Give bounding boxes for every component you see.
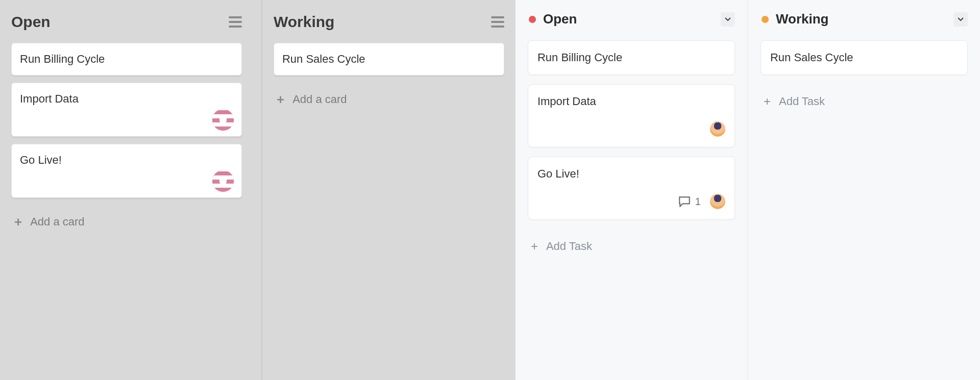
column-header: Open [11,6,242,43]
column-title: Open [11,13,51,31]
plus-icon: + [531,239,538,254]
column-menu-button[interactable] [721,12,735,27]
menu-icon[interactable] [491,16,504,28]
column-header: Working [761,9,968,40]
add-task-label: Add Task [546,240,592,253]
card-footer: 1 [537,194,725,209]
card-title: Go Live! [20,154,233,167]
chevron-down-icon [725,17,731,21]
plus-icon: + [764,94,771,109]
add-card-label: Add a card [292,93,347,106]
task-card[interactable]: Run Sales Cycle [274,43,504,75]
column-menu-button[interactable] [953,12,968,27]
card-title: Import Data [20,92,233,106]
right-column-open: Open Run Billing Cycle Import Data Go Li… [516,0,747,380]
column-title: Working [274,13,334,31]
column-title: Open [543,11,714,27]
add-task-button[interactable]: + Add Task [761,84,968,119]
task-card[interactable]: Run Billing Cycle [528,40,735,75]
right-kanban-board: Open Run Billing Cycle Import Data Go Li… [516,0,980,380]
column-header: Open [528,9,735,40]
column-header: Working [274,6,504,43]
right-column-working: Working Run Sales Cycle + Add Task [747,0,980,380]
assignee-avatar[interactable] [212,109,234,131]
comment-count-value: 1 [695,196,701,208]
task-card[interactable]: Import Data [528,84,735,147]
plus-icon: + [277,93,284,106]
card-title: Go Live! [537,167,725,181]
menu-icon[interactable] [229,16,242,28]
add-card-label: Add a card [30,215,84,229]
column-title: Working [776,11,946,27]
task-card[interactable]: Import Data [11,83,242,137]
status-dot-icon [762,16,769,23]
add-card-button[interactable]: + Add a card [274,83,504,116]
left-column-open: Open Run Billing Cycle Import Data Go Li… [0,0,253,380]
task-card[interactable]: Run Billing Cycle [11,43,242,75]
card-title: Run Billing Cycle [20,53,233,66]
assignee-avatar[interactable] [710,194,725,209]
card-title: Run Billing Cycle [537,51,725,64]
comment-icon [678,196,691,207]
status-dot-icon [529,16,536,23]
assignee-avatar[interactable] [710,121,725,137]
left-column-working: Working Run Sales Cycle + Add a card [261,0,516,380]
add-task-button[interactable]: + Add Task [528,229,735,264]
comment-count[interactable]: 1 [678,196,701,208]
task-card[interactable]: Go Live! 1 [528,157,735,220]
card-title: Run Sales Cycle [770,51,958,64]
plus-icon: + [14,215,22,229]
task-card[interactable]: Run Sales Cycle [761,40,968,75]
task-card[interactable]: Go Live! [11,144,242,198]
add-task-label: Add Task [779,95,825,108]
add-card-button[interactable]: + Add a card [11,205,242,239]
chevron-down-icon [958,17,964,21]
assignee-avatar[interactable] [212,170,234,192]
card-title: Run Sales Cycle [282,53,496,66]
card-footer [537,121,725,137]
left-kanban-board: Open Run Billing Cycle Import Data Go Li… [0,0,516,380]
card-title: Import Data [537,95,725,108]
